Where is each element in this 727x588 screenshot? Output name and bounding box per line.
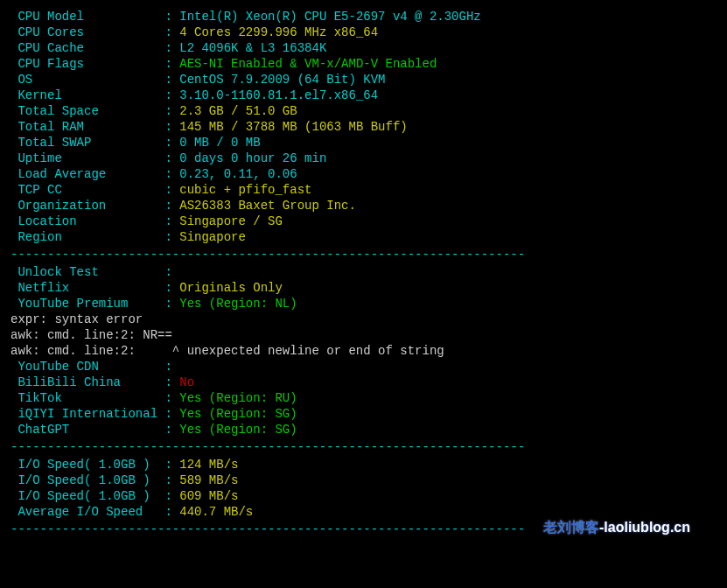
- sys-label: CPU Cache: [10, 41, 164, 55]
- io-row: I/O Speed( 1.0GB ) : 589 MB/s: [10, 472, 696, 488]
- unlock_bottom-value: Yes (Region: SG): [179, 407, 297, 421]
- unlock_bottom-label: YouTube CDN: [10, 360, 164, 374]
- separator: :: [164, 136, 179, 150]
- divider: ----------------------------------------…: [10, 522, 696, 537]
- sys-row: OS : CentOS 7.9.2009 (64 Bit) KVM: [10, 72, 696, 88]
- unlock_bottom-row: iQIYI International : Yes (Region: SG): [10, 406, 696, 422]
- unlock_header-row: Unlock Test :: [10, 264, 696, 280]
- sys-value: AS26383 Baxet Group Inc.: [179, 199, 356, 213]
- io-value: 440.7 MB/s: [179, 505, 253, 519]
- separator: :: [164, 73, 179, 87]
- separator: :: [164, 230, 179, 244]
- sys-label: Total Space: [10, 104, 164, 118]
- sys-row: Organization : AS26383 Baxet Group Inc.: [10, 198, 696, 214]
- separator: :: [164, 10, 179, 24]
- error-line: awk: cmd. line:2: ^ unexpected newline o…: [10, 343, 696, 359]
- separator: :: [164, 214, 179, 228]
- separator: :: [164, 57, 179, 71]
- terminal-output: CPU Model : Intel(R) Xeon(R) CPU E5-2697…: [10, 9, 696, 537]
- separator: :: [164, 167, 179, 181]
- sys-label: Region: [10, 230, 164, 244]
- io-label: Average I/O Speed: [10, 505, 164, 519]
- sys-label: CPU Cores: [10, 25, 164, 39]
- separator: :: [164, 41, 179, 55]
- separator: :: [164, 423, 179, 437]
- separator: :: [164, 281, 179, 295]
- unlock_top-label: Netflix: [10, 281, 164, 295]
- sys-row: CPU Flags : AES-NI Enabled & VM-x/AMD-V …: [10, 56, 696, 72]
- sys-label: Total RAM: [10, 120, 164, 134]
- sys-label: Kernel: [10, 88, 164, 102]
- separator: :: [164, 25, 179, 39]
- divider: ----------------------------------------…: [10, 247, 696, 262]
- unlock_bottom-row: BiliBili China : No: [10, 374, 696, 390]
- sys-value: Singapore / SG: [179, 214, 283, 228]
- separator: :: [164, 473, 179, 487]
- unlock_bottom-value: Yes (Region: SG): [179, 423, 297, 437]
- sys-value: 2.3 GB / 51.0 GB: [179, 104, 297, 118]
- io-label: I/O Speed( 1.0GB ): [10, 458, 164, 472]
- sys-row: CPU Model : Intel(R) Xeon(R) CPU E5-2697…: [10, 9, 696, 24]
- separator: :: [164, 120, 179, 134]
- sys-row: Load Average : 0.23, 0.11, 0.06: [10, 166, 696, 182]
- sys-value: CentOS 7.9.2009 (64 Bit) KVM: [179, 73, 385, 87]
- sys-label: Total SWAP: [10, 136, 164, 150]
- separator: :: [164, 505, 179, 519]
- separator: :: [164, 297, 179, 311]
- unlock_bottom-label: BiliBili China: [10, 375, 164, 389]
- sys-row: Location : Singapore / SG: [10, 214, 696, 229]
- unlock_top-value: Originals Only: [179, 281, 283, 295]
- separator: :: [164, 104, 179, 118]
- separator: :: [164, 391, 179, 405]
- sys-value: 0.23, 0.11, 0.06: [179, 167, 297, 181]
- sys-row: TCP CC : cubic + pfifo_fast: [10, 182, 696, 198]
- sys-value: 0 days 0 hour 26 min: [179, 151, 326, 165]
- io-value: 589 MB/s: [179, 473, 238, 487]
- unlock_top-row: YouTube Premium : Yes (Region: NL): [10, 296, 696, 312]
- sys-row: Total Space : 2.3 GB / 51.0 GB: [10, 103, 696, 119]
- unlock_top-label: YouTube Premium: [10, 297, 164, 311]
- sys-value: Singapore: [179, 230, 246, 244]
- sys-label: OS: [10, 73, 164, 87]
- io-row: I/O Speed( 1.0GB ) : 609 MB/s: [10, 488, 696, 504]
- unlock_bottom-row: TikTok : Yes (Region: RU): [10, 390, 696, 406]
- separator: :: [164, 265, 179, 279]
- sys-row: Region : Singapore: [10, 229, 696, 245]
- sys-value: 4 Cores 2299.996 MHz x86_64: [179, 25, 378, 39]
- sys-value: L2 4096K & L3 16384K: [179, 41, 326, 55]
- sys-row: CPU Cache : L2 4096K & L3 16384K: [10, 40, 696, 56]
- unlock_bottom-value: Yes (Region: RU): [179, 391, 297, 405]
- separator: :: [164, 458, 179, 472]
- io-label: I/O Speed( 1.0GB ): [10, 489, 164, 503]
- unlock_top-value: Yes (Region: NL): [179, 297, 297, 311]
- separator: :: [164, 88, 179, 102]
- error-line: expr: syntax error: [10, 312, 696, 327]
- sys-value: AES-NI Enabled & VM-x/AMD-V Enabled: [179, 57, 437, 71]
- unlock_header-label: Unlock Test: [10, 265, 164, 279]
- sys-value: 145 MB / 3788 MB (1063 MB Buff): [179, 120, 407, 134]
- unlock_bottom-label: iQIYI International: [10, 407, 164, 421]
- sys-value: cubic + pfifo_fast: [179, 183, 311, 197]
- separator: :: [164, 151, 179, 165]
- separator: :: [164, 183, 179, 197]
- sys-row: Total SWAP : 0 MB / 0 MB: [10, 135, 696, 150]
- separator: :: [164, 489, 179, 503]
- io-row: I/O Speed( 1.0GB ) : 124 MB/s: [10, 457, 696, 472]
- sys-label: CPU Model: [10, 10, 164, 24]
- sys-label: Location: [10, 214, 164, 228]
- unlock_bottom-value: No: [179, 375, 194, 389]
- separator: :: [164, 199, 179, 213]
- unlock_bottom-row: YouTube CDN :: [10, 359, 696, 374]
- separator: :: [164, 407, 179, 421]
- sys-value: 0 MB / 0 MB: [179, 136, 260, 150]
- io-value: 609 MB/s: [179, 489, 238, 503]
- unlock_bottom-label: ChatGPT: [10, 423, 164, 437]
- error-line: awk: cmd. line:2: NR==: [10, 327, 696, 343]
- sys-row: Kernel : 3.10.0-1160.81.1.el7.x86_64: [10, 88, 696, 103]
- separator: :: [164, 360, 179, 374]
- sys-label: Uptime: [10, 151, 164, 165]
- sys-value: Intel(R) Xeon(R) CPU E5-2697 v4 @ 2.30GH…: [179, 10, 480, 24]
- sys-label: Organization: [10, 199, 164, 213]
- sys-row: CPU Cores : 4 Cores 2299.996 MHz x86_64: [10, 24, 696, 40]
- io-value: 124 MB/s: [179, 458, 238, 472]
